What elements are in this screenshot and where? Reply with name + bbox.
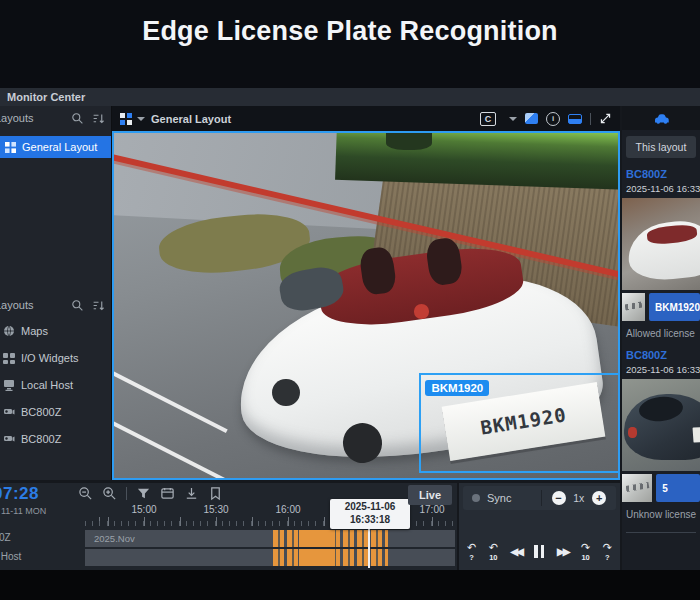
car-seat: [359, 247, 398, 296]
left-sidebar: Layouts General Layout Layouts: [0, 106, 112, 480]
event-note: Unknow license: [622, 509, 700, 520]
playback-settings-bar: Sync − 1x +: [463, 486, 616, 510]
sidebar-item-label: General Layout: [22, 141, 97, 153]
timeline-toolbar: [78, 486, 223, 501]
search-icon[interactable]: [71, 299, 84, 312]
search-icon[interactable]: [71, 112, 84, 125]
next-event-button[interactable]: ↷?: [603, 542, 612, 562]
chevron-down-icon[interactable]: [137, 117, 145, 121]
sidebar-item-camera-bc800z-2[interactable]: BC800Z: [0, 425, 111, 452]
sync-toggle[interactable]: Sync: [463, 492, 541, 504]
channel-toggle-button[interactable]: C: [480, 112, 496, 126]
emap-icon[interactable]: [568, 114, 582, 124]
download-icon[interactable]: [184, 486, 199, 501]
divider: [590, 113, 591, 125]
layout-grid-icon: [5, 142, 16, 153]
divider: [626, 532, 696, 533]
rewind-10s-button[interactable]: ↶10: [489, 542, 498, 562]
event-timestamp: 2025-11-06 16:33: [622, 364, 700, 375]
devices-panel-title: Layouts: [0, 299, 63, 311]
current-date: 11-11 MON: [1, 506, 46, 516]
event-snapshot[interactable]: [622, 198, 700, 290]
plate-snapshot[interactable]: [622, 293, 645, 321]
info-icon[interactable]: i: [546, 112, 560, 126]
playhead-cursor[interactable]: [368, 523, 370, 568]
event-snapshot[interactable]: [622, 379, 700, 471]
tooltip-time: 16:33:18: [330, 514, 410, 527]
rewind-button[interactable]: ◀◀: [511, 546, 522, 557]
layouts-panel-header: Layouts: [0, 106, 111, 130]
monitor-center-window: Monitor Center Layouts General Layout La…: [0, 88, 700, 570]
recording-track[interactable]: [85, 549, 455, 566]
sidebar-item-label: Maps: [21, 325, 48, 337]
pane-view-icon[interactable]: [525, 113, 538, 124]
plate-number-button[interactable]: 5: [656, 474, 700, 502]
camera-feed-tile[interactable]: BKM1920 BKM1920: [112, 131, 620, 480]
widgets-icon: [3, 352, 15, 364]
sidebar-item-maps[interactable]: Maps: [0, 317, 111, 344]
sidebar-item-label: BC800Z: [21, 433, 61, 445]
pause-button[interactable]: [534, 545, 544, 558]
host-icon: [3, 379, 15, 391]
sort-icon[interactable]: [92, 299, 105, 312]
camera-link[interactable]: BC800Z: [622, 168, 700, 180]
sort-icon[interactable]: [92, 112, 105, 125]
sidebar-item-camera-bc800z-1[interactable]: BC800Z: [0, 398, 111, 425]
time-tick-label: 17:00: [410, 504, 454, 515]
event-entry[interactable]: BC800Z 2025-11-06 16:33 BKM1920 Allowed …: [622, 168, 700, 339]
calendar-icon[interactable]: [160, 486, 175, 501]
sidebar-item-label: Local Host: [21, 379, 73, 391]
filter-icon[interactable]: [136, 486, 151, 501]
recording-month-label: 2025.Nov: [85, 530, 455, 547]
plate-row: BKM1920: [622, 293, 700, 321]
sidebar-item-io-widgets[interactable]: I/O Widgets: [0, 344, 111, 371]
camera-icon: [3, 433, 15, 445]
plate-snapshot[interactable]: [622, 474, 652, 502]
sidebar-item-general-layout[interactable]: General Layout: [0, 136, 111, 158]
camera-icon: [3, 406, 15, 418]
plate-blur: [625, 482, 649, 492]
forward-10s-button[interactable]: ↷10: [581, 542, 590, 562]
event-tab-bar: [622, 106, 700, 130]
live-button[interactable]: Live: [408, 485, 452, 505]
speed-increase-button[interactable]: +: [592, 491, 606, 505]
event-entry[interactable]: BC800Z 2025-11-06 16:33 5 Unknow license: [622, 349, 700, 533]
sync-radio-icon: [472, 494, 480, 502]
plate-detection-label[interactable]: BKM1920: [425, 380, 489, 396]
window-title: Monitor Center: [7, 91, 85, 103]
scope-filter-button[interactable]: This layout: [626, 136, 696, 158]
zoom-in-icon[interactable]: [102, 486, 117, 501]
playback-buttons: ↶? ↶10 ◀◀ ▶▶ ↷10 ↷?: [467, 542, 612, 562]
event-note: Allowed license: [622, 328, 700, 339]
plate-row: 5: [622, 474, 700, 502]
previous-event-button[interactable]: ↶?: [467, 542, 476, 562]
zoom-out-icon[interactable]: [78, 486, 93, 501]
bookmark-icon[interactable]: [208, 486, 223, 501]
current-layout-title: General Layout: [151, 113, 231, 125]
video-panel: General Layout C i: [112, 106, 620, 480]
window-titlebar: Monitor Center: [0, 88, 700, 106]
car-taillight: [414, 304, 430, 319]
recording-track[interactable]: 2025.Nov: [85, 530, 455, 547]
vehicle-icon[interactable]: [653, 112, 670, 125]
plate-number-button[interactable]: BKM1920: [649, 293, 700, 321]
chevron-down-icon[interactable]: [509, 117, 517, 121]
current-clock: 07:28: [0, 484, 39, 504]
divider: [126, 487, 127, 500]
fullscreen-icon[interactable]: [599, 112, 612, 125]
camera-link[interactable]: BC800Z: [622, 349, 700, 361]
layout-grid-icon[interactable]: [120, 113, 132, 125]
event-sidebar: This layout BC800Z 2025-11-06 16:33 BKM1…: [622, 106, 700, 570]
speed-value: 1x: [573, 492, 584, 504]
speed-decrease-button[interactable]: −: [552, 491, 566, 505]
time-tick-label: 16:00: [266, 504, 310, 515]
timeline-panel: 07:28 11-11 MON 15:00 15:30: [0, 483, 457, 570]
car-seat: [425, 237, 464, 286]
sync-label: Sync: [487, 492, 511, 504]
sidebar-item-local-host[interactable]: Local Host: [0, 371, 111, 398]
plate-blur: [624, 301, 642, 310]
timeline-row-label: BC800Z: [0, 532, 79, 543]
sidebar-item-label: I/O Widgets: [21, 352, 78, 364]
event-bars: [273, 530, 388, 547]
fast-forward-button[interactable]: ▶▶: [557, 546, 568, 557]
